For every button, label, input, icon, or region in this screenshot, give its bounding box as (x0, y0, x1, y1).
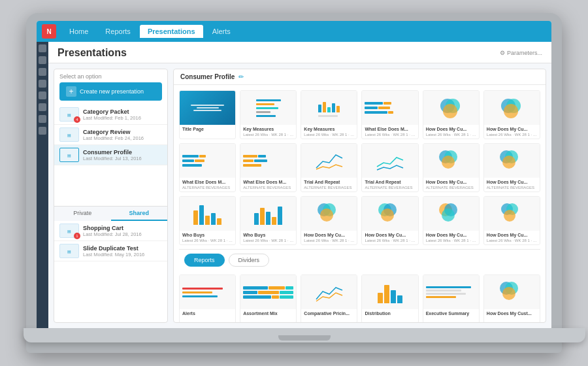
pres-date: Last Modified: May 19, 2016 (83, 252, 162, 258)
pres-date: Last Modified: Jul 28, 2016 (83, 231, 162, 237)
pres-info: Category Review Last Modified: Feb 24, 2… (83, 129, 162, 141)
laptop-notch (278, 335, 331, 341)
slide-card-key-measures-1[interactable]: Key Measures Latest 26 Wks · WK 28 1 · R… (240, 90, 297, 139)
slides-grid-reports: Alerts (179, 274, 540, 322)
slide-thumb (362, 144, 417, 178)
nav-tabs: Home Reports Presentations Alerts (61, 25, 238, 38)
pres-item-slide-duplicate[interactable]: ▤ Slide Duplicate Test Last Modified: Ma… (54, 241, 167, 261)
nav-tab-presentations[interactable]: Presentations (140, 25, 203, 38)
slide-card-who-buys-1[interactable]: Who Buys Latest 26 Wks · WK 28 1 · Reg..… (179, 196, 236, 245)
left-panel: Select an option + Create new presentati… (54, 69, 168, 323)
top-navigation: N Home Reports Presentations Alerts (37, 21, 551, 42)
sidebar-icon-3 (39, 68, 46, 76)
slide-sub: ALTERNATE BEVERAGES (240, 186, 296, 191)
slide-sub: Latest 26 Wks · WK 28 1 · Reg... (362, 239, 417, 244)
slide-card-trial-repeat-2[interactable]: Trial And Repeat ALTERNATE BEVERAGES (361, 143, 418, 192)
nav-tab-alerts[interactable]: Alerts (204, 25, 238, 38)
slide-sub (301, 317, 357, 322)
pres-item-category-review[interactable]: ▤ Category Review Last Modified: Feb 24,… (54, 125, 167, 145)
pres-info: Slide Duplicate Test Last Modified: May … (83, 245, 162, 258)
tab-reports[interactable]: Reports (184, 254, 225, 267)
slide-card-how-does-r[interactable]: How Does My Cust... (483, 274, 540, 322)
tabs-row: Private Shared (54, 206, 167, 221)
page-title: Presentations (57, 47, 127, 59)
pres-item-shopping-cart[interactable]: ▤ 1 Shopping Cart Last Modified: Jul 28,… (54, 221, 167, 241)
pres-badge: 4 (74, 116, 80, 123)
slide-thumb (180, 197, 235, 231)
slide-title: What Else Does M... (240, 178, 296, 186)
slide-card-what-else-1[interactable]: What Else Does M... Latest 26 Wks · WK 2… (361, 90, 418, 139)
pres-name: Category Review (83, 129, 162, 135)
pres-thumb: ▤ 4 (59, 107, 79, 122)
slides-grid-consumer: Title Page (179, 90, 540, 245)
pres-thumb: ▤ (59, 127, 79, 142)
slide-title: Key Measures (240, 125, 296, 133)
slide-sub: ALTERNATE BEVERAGES (362, 186, 417, 191)
right-panel-header: Consumer Profile ✏ (174, 69, 546, 85)
slide-card-how-does-7[interactable]: How Does My Cu... Latest 26 Wks · WK 28 … (423, 196, 480, 245)
slide-sub: Latest 26 Wks · WK 28 1 · Reg... (423, 239, 479, 244)
create-new-button[interactable]: + Create new presentation (59, 82, 162, 101)
slide-card-how-does-6[interactable]: How Does My Cu... Latest 26 Wks · WK 28 … (361, 196, 418, 245)
slide-card-pricing[interactable]: Comparative Pricin... (301, 274, 357, 322)
slide-sub: Latest 26 Wks · WK 28 1 · Reg... (301, 239, 357, 244)
slide-title: How Does My Cu... (423, 178, 479, 186)
presentation-list-shared: ▤ 1 Shopping Cart Last Modified: Jul 28,… (54, 221, 167, 322)
pres-name: Slide Duplicate Test (83, 245, 162, 252)
slide-card-how-does-8[interactable]: How Does My Cu... Latest 26 Wks · WK 28 … (483, 196, 540, 245)
slide-card-key-measures-2[interactable]: Key Measures Latest 26 Wks · WK 28 1 · R… (301, 90, 357, 139)
slide-title: Comparative Pricin... (301, 309, 357, 317)
pres-thumb: ▤ (59, 148, 79, 162)
slide-thumb (301, 91, 357, 125)
slide-title: What Else Does M... (362, 125, 417, 133)
slide-card-who-buys-2[interactable]: Who Buys Latest 26 Wks · WK 28 1 · Reg..… (240, 196, 297, 245)
slide-card-what-else-2[interactable]: What Else Does M... ALTERNATE BEVERAGES (179, 143, 236, 192)
tab-private[interactable]: Private (54, 207, 111, 221)
create-btn-label: Create new presentation (80, 88, 144, 95)
content-area: Presentations ⚙ Parameters... Select an … (48, 42, 551, 328)
pres-item-consumer-profile[interactable]: ▤ Consumer Profile Last Modified: Jul 13… (54, 145, 167, 165)
slide-thumb (362, 91, 417, 125)
parameters-label: Parameters... (507, 50, 542, 56)
slide-card-what-else-3[interactable]: What Else Does M... ALTERNATE BEVERAGES (240, 143, 297, 192)
slide-sub: Latest 26 Wks · WK 28 1 · Reg... (180, 239, 235, 244)
slide-title: How Does My Cu... (362, 231, 417, 239)
main-layout: Presentations ⚙ Parameters... Select an … (37, 42, 551, 328)
slide-card-how-does-1[interactable]: How Does My Cu... Latest 26 Wks · WK 28 … (423, 90, 480, 139)
slide-card-distribution[interactable]: Distribution (361, 274, 418, 322)
slide-card-how-does-4[interactable]: How Does My Cu... ALTERNATE BEVERAGES (483, 143, 540, 192)
tab-shared[interactable]: Shared (111, 207, 168, 221)
slide-title: How Does My Cu... (484, 178, 540, 186)
slide-title: Trial And Repeat (362, 178, 417, 186)
pres-thumb: ▤ 1 (59, 224, 79, 238)
edit-icon[interactable]: ✏ (238, 73, 244, 80)
slide-card-how-does-3[interactable]: How Does My Cu... ALTERNATE BEVERAGES (423, 143, 480, 192)
slide-card-how-does-5[interactable]: How Does My Cu... Latest 26 Wks · WK 28 … (301, 196, 357, 245)
slide-card-title-page[interactable]: Title Page (179, 90, 236, 139)
slide-card-how-does-2[interactable]: How Does My Cu... Latest 26 Wks · WK 28 … (483, 90, 540, 139)
sidebar-icon-7 (39, 115, 46, 123)
slide-card-alerts[interactable]: Alerts (179, 274, 236, 322)
profile-label: Consumer Profile (180, 73, 235, 80)
slide-card-trial-repeat-1[interactable]: Trial And Repeat ALTERNATE BEVERAGES (301, 143, 357, 192)
tab-dividers[interactable]: Dividers (229, 254, 270, 267)
icon-sidebar (37, 42, 48, 328)
slide-sub (180, 133, 235, 139)
slide-thumb (423, 144, 479, 178)
presentation-list-private: ▤ 4 Category Packet Last Modified: Feb 1… (54, 105, 167, 206)
slide-thumb (301, 144, 357, 178)
slide-card-assortment[interactable]: Assortment Mix (240, 274, 297, 322)
pres-item-category-packet[interactable]: ▤ 4 Category Packet Last Modified: Feb 1… (54, 105, 167, 125)
slide-thumb (240, 197, 296, 231)
nav-tab-reports[interactable]: Reports (97, 25, 139, 38)
pres-info: Consumer Profile Last Modified: Jul 13, … (83, 149, 162, 161)
pres-badge: 1 (74, 233, 80, 239)
nav-tab-home[interactable]: Home (61, 25, 96, 38)
parameters-button[interactable]: ⚙ Parameters... (500, 50, 542, 56)
page-header: Presentations ⚙ Parameters... (48, 42, 551, 63)
slide-sub (240, 317, 296, 322)
sidebar-icon-1 (39, 44, 46, 52)
sidebar-icon-4 (39, 80, 46, 88)
slide-thumb (240, 275, 296, 309)
slide-card-exec-summary[interactable]: Executive Summary (423, 274, 480, 322)
